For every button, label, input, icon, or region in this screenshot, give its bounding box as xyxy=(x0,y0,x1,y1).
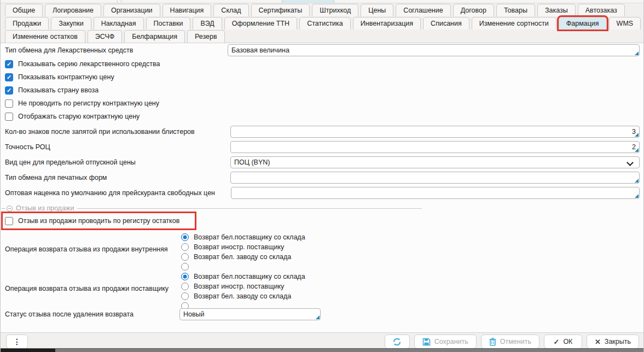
radio-label: Возврат бел. заводу со склада xyxy=(194,292,291,300)
settings-window: Общие Логирование Организации Навигация … xyxy=(0,0,644,352)
radio-selected-icon[interactable] xyxy=(181,233,189,241)
radio-selected-icon[interactable] xyxy=(181,273,189,280)
save-icon xyxy=(422,338,431,346)
checkbox-checked-icon[interactable]: ✓ xyxy=(5,86,13,95)
tab-zakazy[interactable]: Заказы xyxy=(537,4,576,16)
radio-internal-3[interactable]: Возврат бел. заводу со склада xyxy=(181,253,291,261)
taskbar-edge-dark-segment xyxy=(1,349,55,352)
blister-decimals-input[interactable]: 3 xyxy=(230,126,640,138)
tab-navigaciya[interactable]: Навигация xyxy=(163,4,212,16)
check-icon: ✓ xyxy=(7,61,11,67)
print-forms-exchange-input[interactable] xyxy=(230,172,640,184)
drug-exchange-type-input[interactable]: Базовая величина xyxy=(228,44,640,56)
tab-avtozakaz[interactable]: Автозаказ xyxy=(578,4,625,16)
checkbox-row-contract-price[interactable]: ✓ Показывать контрактную цену xyxy=(5,73,114,81)
tab-prodazhi[interactable]: Продажи xyxy=(5,17,49,30)
tab-row-3: Изменение остатков ЭСЧФ Белфармация Резе… xyxy=(5,30,225,43)
tab-soglashenie[interactable]: Соглашение xyxy=(396,4,450,16)
limit-price-kind-select[interactable]: ПОЦ (BYN) xyxy=(230,156,640,168)
checkbox-checked-icon[interactable]: ✓ xyxy=(5,73,13,81)
highlight-red-box xyxy=(1,212,196,230)
supplier-operation-label: Операция возврата отзыва из продажи пост… xyxy=(5,283,169,295)
cancel-button-label: Отменить xyxy=(500,338,531,345)
status-after-delete-input[interactable]: Новый xyxy=(179,308,321,320)
tab-organizacii[interactable]: Организации xyxy=(103,4,160,16)
tab-shtrihkod[interactable]: Штрихкод xyxy=(312,4,358,16)
tab-spisaniya[interactable]: Списания xyxy=(423,17,469,30)
tab-strip: Общие Логирование Организации Навигация … xyxy=(1,3,643,43)
internal-operation-label: Операция возврата отзыва из продажи внут… xyxy=(5,243,168,255)
check-icon: ✓ xyxy=(553,338,559,345)
wholesale-markup-input[interactable] xyxy=(231,187,640,199)
radio-supplier-3[interactable]: Возврат бел. заводу со склада xyxy=(181,292,291,300)
close-button[interactable]: ✕ Закрыть xyxy=(587,335,639,349)
tab-logirovanie[interactable]: Логирование xyxy=(45,4,101,16)
footer-buttons: Сохранить Отменить ✓ ОК ✕ Закрыть xyxy=(385,335,639,349)
tab-ved[interactable]: ВЭД xyxy=(193,17,222,30)
footer-bar: ⋮ Сохранить xyxy=(1,333,643,348)
tab-belfarmaciya[interactable]: Белфармация xyxy=(124,30,185,43)
tab-ceny[interactable]: Цены xyxy=(361,4,393,16)
tab-farmaciya-selected[interactable]: Фармация xyxy=(559,17,607,30)
radio-supplier-2[interactable]: Возврат иностр. поставщику xyxy=(181,282,284,290)
checkbox-row-show-series[interactable]: ✓ Показывать серию лекарственного средст… xyxy=(5,60,160,68)
check-icon: ✓ xyxy=(7,74,11,80)
checkbox-unchecked-icon[interactable] xyxy=(5,113,13,121)
tab-zakupki[interactable]: Закупки xyxy=(51,17,91,30)
resize-handle-icon xyxy=(316,315,320,319)
checkbox-row-no-register-contract[interactable]: Не проводить по регистру контрактную цен… xyxy=(5,99,159,108)
tab-eschf[interactable]: ЭСЧФ xyxy=(88,30,122,43)
tab-inventarizaciya[interactable]: Инвентаризация xyxy=(353,17,421,30)
tab-nakladnaya[interactable]: Накладная xyxy=(94,17,144,30)
checkbox-checked-icon[interactable]: ✓ xyxy=(5,60,13,68)
tab-tovary[interactable]: Товары xyxy=(496,4,535,16)
radio-icon[interactable] xyxy=(181,253,189,261)
radio-label: Возврат бел. заводу со склада xyxy=(194,253,291,261)
status-after-delete-label: Статус отзыва после удаления возврата xyxy=(5,308,134,320)
checkbox-label: Показывать серию лекарственного средства xyxy=(18,60,160,68)
refresh-icon xyxy=(392,337,402,347)
collapse-icon[interactable] xyxy=(7,206,13,212)
checkbox-row-show-old-contract[interactable]: Отображать старую контрактную цену xyxy=(5,112,140,121)
checkbox-row-import-country[interactable]: ✓ Показывать страну ввоза xyxy=(5,86,98,95)
tab-postavki[interactable]: Поставки xyxy=(146,17,191,30)
trash-icon xyxy=(489,338,496,346)
radio-icon[interactable] xyxy=(181,263,189,271)
tab-statistika[interactable]: Статистика xyxy=(299,17,351,30)
tab-izmenenie-sortnosti[interactable]: Изменение сортности xyxy=(472,17,556,30)
check-icon: ✓ xyxy=(7,87,11,93)
radio-icon[interactable] xyxy=(181,292,189,300)
checkbox-unchecked-icon[interactable] xyxy=(5,99,13,108)
radio-label: Возврат иностр. поставщику xyxy=(194,243,284,251)
taskbar-edge xyxy=(1,348,643,352)
tab-row-1: Общие Логирование Организации Навигация … xyxy=(5,4,625,16)
tab-dogovor[interactable]: Договор xyxy=(453,4,494,16)
tab-obshchie[interactable]: Общие xyxy=(5,4,43,16)
radio-internal-1[interactable]: Возврат бел.поставщику со склада xyxy=(181,233,305,241)
radio-icon[interactable] xyxy=(181,283,189,290)
tab-izmenenie-ostatkov[interactable]: Изменение остатков xyxy=(5,30,85,43)
minus-icon xyxy=(8,208,11,209)
save-button[interactable]: Сохранить xyxy=(414,335,477,349)
radio-internal-2[interactable]: Возврат иностр. поставщику xyxy=(181,243,284,251)
ok-button[interactable]: ✓ ОК xyxy=(544,335,582,349)
resize-handle-icon xyxy=(635,133,639,137)
tab-sertifikaty[interactable]: Сертификаты xyxy=(251,4,310,16)
tab-wms[interactable]: WMS xyxy=(609,17,641,30)
tab-oformlenie-ttn[interactable]: Оформление ТТН xyxy=(224,17,297,30)
tab-rezerv[interactable]: Резерв xyxy=(187,30,225,43)
resize-handle-icon xyxy=(635,148,639,152)
chevron-down-icon xyxy=(626,159,634,166)
roc-precision-input[interactable]: 2 xyxy=(230,141,640,153)
ok-button-label: ОК xyxy=(563,338,572,345)
radio-label: Возврат бел.поставщику со склада xyxy=(194,233,305,241)
limit-price-kind-label: Вид цен для предельной отпускной цены xyxy=(5,156,136,168)
drug-exchange-type-label: Тип обмена для Лекарственных средств xyxy=(5,44,133,56)
refresh-button[interactable] xyxy=(385,335,410,349)
radio-icon[interactable] xyxy=(181,243,189,251)
tab-sklad[interactable]: Склад xyxy=(213,4,248,16)
radio-supplier-1[interactable]: Возврат бел.поставщику со склада xyxy=(181,272,305,280)
more-options-button[interactable]: ⋮ xyxy=(6,335,28,349)
radio-internal-4[interactable] xyxy=(181,262,194,271)
cancel-button[interactable]: Отменить xyxy=(481,335,539,349)
